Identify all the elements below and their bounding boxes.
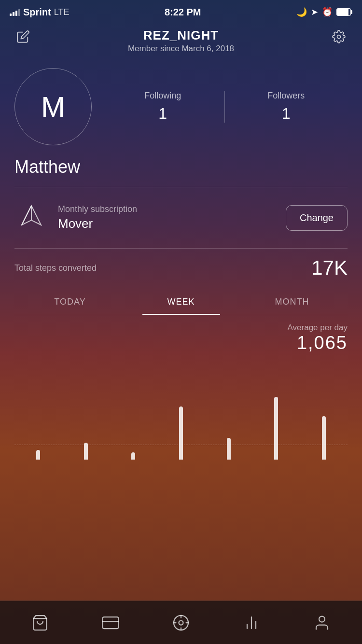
profile-icon	[313, 614, 331, 631]
chart-bar-item-6	[322, 416, 326, 460]
svg-point-8	[179, 620, 183, 625]
nav-profile[interactable]	[287, 614, 357, 631]
chart-bar-item-4	[227, 438, 231, 460]
subscription-section: Monthly subscription Mover Change	[0, 187, 362, 248]
subscription-info: Monthly subscription Mover	[58, 204, 286, 231]
chart-bar-item-0	[36, 450, 40, 460]
battery-icon	[336, 8, 352, 16]
chart-bar-0	[36, 450, 40, 460]
chart-bar-item-1	[84, 443, 88, 460]
shop-icon	[31, 614, 49, 631]
chart-bars	[14, 387, 348, 460]
followers-label: Followers	[225, 91, 348, 101]
wallet-icon	[102, 614, 119, 631]
chart-bar-item-2	[131, 452, 135, 460]
tab-month[interactable]: MONTH	[237, 289, 348, 315]
nav-stats[interactable]	[216, 614, 287, 631]
followers-value: 1	[225, 105, 348, 123]
nav-dashboard[interactable]	[146, 614, 216, 631]
header-title: REZ_NIGHT Member since March 6, 2018	[32, 28, 330, 54]
alarm-icon: ⏰	[322, 7, 333, 17]
chart-bar-5	[274, 397, 278, 460]
bar-chart	[14, 382, 348, 460]
avatar: M	[14, 68, 92, 145]
chart-bar-6	[322, 416, 326, 460]
stats-icon	[243, 614, 260, 631]
tab-week[interactable]: WEEK	[125, 289, 237, 315]
following-stat[interactable]: Following 1	[101, 86, 224, 127]
user-name: Matthew	[0, 150, 362, 187]
settings-icon[interactable]	[330, 28, 348, 49]
chart-bar-4	[227, 438, 231, 460]
avg-label: Average per day	[14, 323, 348, 333]
status-bar: Sprint LTE 8:22 PM 🌙 ➤ ⏰	[0, 0, 362, 21]
header: REZ_NIGHT Member since March 6, 2018	[0, 23, 362, 58]
tabs-container: TODAY WEEK MONTH	[0, 289, 362, 315]
svg-rect-5	[103, 617, 119, 629]
followers-stat[interactable]: Followers 1	[225, 86, 348, 127]
avg-value: 1,065	[14, 333, 348, 353]
network-label: LTE	[54, 7, 70, 17]
chart-bar-3	[179, 406, 183, 460]
chart-bar-item-3	[179, 406, 183, 460]
subscription-name: Mover	[58, 216, 286, 231]
following-label: Following	[101, 91, 224, 101]
member-since: Member since March 6, 2018	[32, 44, 330, 54]
nav-shop[interactable]	[5, 614, 75, 631]
stats-section: Following 1 Followers 1	[101, 86, 348, 127]
following-value: 1	[101, 105, 224, 123]
chart-bar-1	[84, 443, 88, 460]
tab-today[interactable]: TODAY	[14, 289, 125, 315]
change-subscription-button[interactable]: Change	[286, 205, 348, 231]
svg-point-16	[319, 616, 325, 622]
status-left: Sprint LTE	[10, 7, 69, 18]
signal-icon	[10, 8, 20, 16]
edit-icon[interactable]	[14, 28, 32, 49]
location-icon: ➤	[311, 7, 318, 17]
svg-point-0	[337, 35, 341, 39]
dashboard-icon	[172, 614, 190, 631]
profile-section: M Following 1 Followers 1	[0, 58, 362, 150]
chart-bar-2	[131, 452, 135, 460]
moon-icon: 🌙	[296, 7, 307, 17]
steps-label: Total steps converted	[14, 263, 97, 273]
steps-value: 17K	[311, 256, 348, 280]
nav-wallet[interactable]	[75, 614, 146, 631]
carrier-label: Sprint	[23, 7, 51, 18]
period-tabs: TODAY WEEK MONTH	[14, 289, 348, 315]
bottom-navigation	[0, 601, 362, 644]
status-time: 8:22 PM	[165, 7, 201, 18]
chart-area: Average per day 1,065	[0, 315, 362, 601]
average-section: Average per day 1,065	[14, 323, 348, 353]
steps-section: Total steps converted 17K	[0, 249, 362, 289]
subscription-label: Monthly subscription	[58, 204, 286, 214]
status-right: 🌙 ➤ ⏰	[296, 7, 352, 17]
username: REZ_NIGHT	[32, 28, 330, 43]
chart-bar-item-5	[274, 397, 278, 460]
mover-logo-icon	[14, 201, 48, 235]
